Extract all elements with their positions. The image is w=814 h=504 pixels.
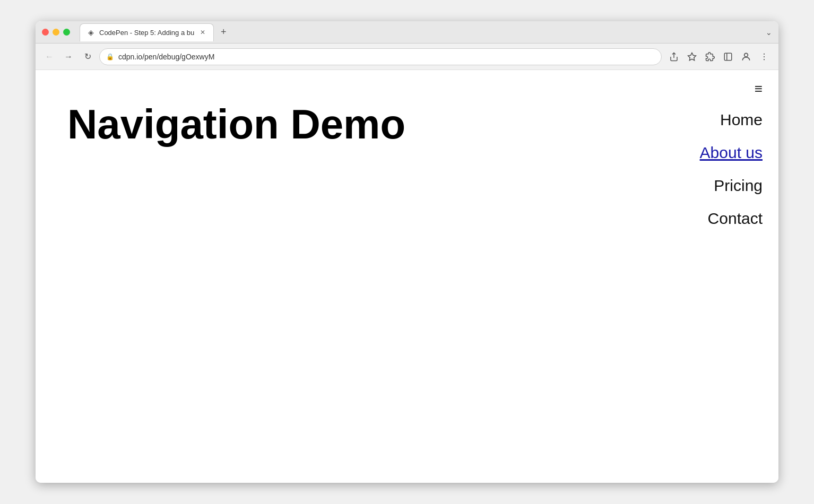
traffic-lights [42,29,70,36]
nav-link-about[interactable]: About us [678,136,763,169]
svg-point-5 [764,53,765,54]
minimize-button[interactable] [53,29,59,36]
tab-chevron-icon[interactable]: ⌄ [766,28,772,37]
new-tab-button[interactable]: + [216,25,231,40]
nav-link-pricing[interactable]: Pricing [678,169,763,202]
svg-rect-2 [724,53,732,60]
browser-window: ◈ CodePen - Step 5: Adding a bu ✕ + ⌄ ← … [36,21,778,483]
tab-favicon-icon: ◈ [86,28,95,37]
address-bar: ← → ↻ 🔒 cdpn.io/pen/debug/gOexwyM [36,44,778,70]
address-actions [666,49,772,65]
reload-button[interactable]: ↻ [80,49,95,64]
hamburger-menu-icon[interactable]: ≡ [755,81,763,97]
svg-point-7 [764,59,765,60]
url-bar[interactable]: 🔒 cdpn.io/pen/debug/gOexwyM [99,48,662,65]
maximize-button[interactable] [63,29,70,36]
close-button[interactable] [42,29,49,36]
share-button[interactable] [666,49,682,65]
navigation-sidebar: ≡ Home About us Pricing Contact [662,70,778,483]
extensions-button[interactable] [702,49,718,65]
lock-icon: 🔒 [106,53,114,60]
svg-point-6 [764,56,765,57]
url-text: cdpn.io/pen/debug/gOexwyM [118,53,655,61]
tab-title: CodePen - Step 5: Adding a bu [99,29,194,37]
nav-link-home[interactable]: Home [678,103,763,136]
tab-close-button[interactable]: ✕ [198,28,207,37]
nav-links: Home About us Pricing Contact [678,103,763,235]
svg-marker-1 [688,53,696,60]
forward-button[interactable]: → [61,49,76,64]
profile-button[interactable] [738,49,754,65]
active-tab[interactable]: ◈ CodePen - Step 5: Adding a bu ✕ [80,23,214,41]
tab-bar: ◈ CodePen - Step 5: Adding a bu ✕ + ⌄ [80,23,772,41]
svg-point-4 [744,53,748,57]
more-button[interactable] [756,49,772,65]
page-content: Navigation Demo ≡ Home About us Pricing … [36,70,778,483]
page-title: Navigation Demo [67,102,630,147]
page-main: Navigation Demo [36,70,662,483]
title-bar: ◈ CodePen - Step 5: Adding a bu ✕ + ⌄ [36,21,778,44]
back-button[interactable]: ← [42,49,57,64]
sidebar-toggle-button[interactable] [720,49,736,65]
nav-link-contact[interactable]: Contact [678,202,763,235]
bookmark-button[interactable] [684,49,700,65]
